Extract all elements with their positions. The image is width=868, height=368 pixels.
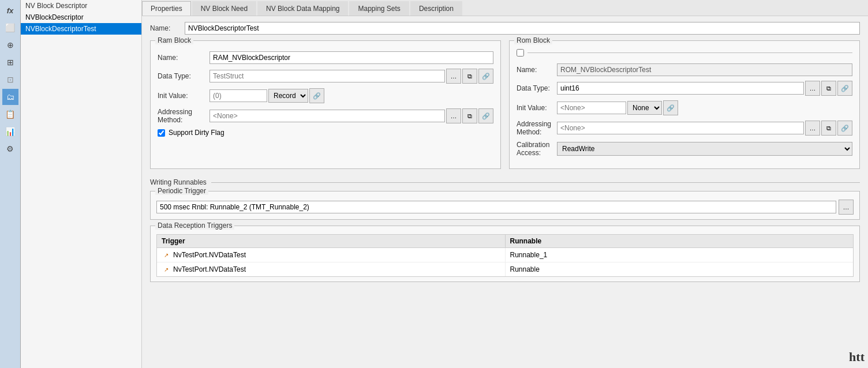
rom-datatype-ellipsis-btn[interactable]: … [805, 81, 820, 96]
rom-initvalue-select[interactable]: None Value Array [627, 101, 662, 115]
support-dirty-flag-row: Support Dirty Flag [158, 129, 493, 137]
toolbar-left: fx ⬜ ⊕ ⊞ ⊡ 🗂 📋 📊 ⚙ [0, 0, 21, 368]
rom-calibration-label: CalibrationAccess: [517, 141, 557, 157]
writing-runnables-title: Writing Runnables [150, 178, 860, 186]
rom-block-title: Rom Block [514, 36, 552, 44]
rom-addressing-label: AddressingMethod: [517, 120, 557, 136]
ram-datatype-copy-btn[interactable]: ⧉ [462, 69, 477, 84]
rom-initvalue-link-btn[interactable]: 🔗 [663, 100, 678, 115]
table-cell-runnable-2: Runnable [506, 262, 854, 276]
toolbar-icon-active[interactable]: 🗂 [2, 89, 18, 105]
rom-addressing-row: AddressingMethod: … ⧉ 🔗 [517, 120, 852, 136]
ram-name-row: Name: [158, 51, 493, 64]
sidebar-item-nvblockdescriptortest[interactable]: NVBlockDescriptorTest [21, 23, 141, 35]
periodic-trigger-btn[interactable]: … [839, 200, 854, 215]
rom-addressing-input[interactable] [557, 122, 804, 134]
row-icon-2: ↗ [162, 265, 171, 274]
rom-initvalue-label: Init Value: [517, 104, 557, 112]
toolbar-icon-7[interactable]: 📋 [2, 106, 18, 122]
ram-initvalue-row: Init Value: Record Value Array 🔗 [158, 88, 493, 103]
rom-calibration-row: CalibrationAccess: ReadWrite ReadOnly No… [517, 141, 852, 157]
periodic-trigger-row: … [156, 200, 854, 215]
rom-top [517, 49, 852, 57]
watermark: htt [849, 350, 865, 365]
toolbar-icon-5[interactable]: ⊡ [2, 72, 18, 88]
table-header-trigger: Trigger [157, 235, 506, 247]
periodic-trigger-box: Periodic Trigger … [150, 191, 860, 220]
ram-addressing-label: AddressingMethod: [158, 108, 209, 124]
table-cell-trigger-1: ↗ NvTestPort.NVDataTest [157, 248, 506, 262]
periodic-trigger-title: Periodic Trigger [155, 187, 208, 195]
data-reception-title: Data Reception Triggers [155, 221, 234, 230]
toolbar-icon-2[interactable]: ⬜ [2, 20, 18, 36]
ram-datatype-link-btn[interactable]: 🔗 [478, 69, 493, 84]
runnable-value-2: Runnable [510, 265, 540, 273]
rom-name-label: Name: [517, 66, 557, 74]
ram-initvalue-input[interactable] [209, 89, 267, 102]
table-cell-trigger-2: ↗ NvTestPort.NVDataTest [157, 262, 506, 276]
ram-initvalue-label: Init Value: [158, 92, 209, 100]
ram-addressing-input[interactable] [209, 110, 445, 122]
blocks-row: Ram Block Name: Data Type: … ⧉ 🔗 [150, 40, 860, 169]
table-row[interactable]: ↗ NvTestPort.NVDataTest Runnable_1 [157, 248, 853, 262]
ram-datatype-label: Data Type: [158, 72, 209, 80]
table-header-runnable: Runnable [506, 235, 854, 247]
rom-datatype-row: Data Type: … ⧉ 🔗 [517, 81, 852, 96]
ram-datatype-ellipsis-btn[interactable]: … [446, 69, 461, 84]
name-label: Name: [150, 24, 185, 32]
rom-enable-checkbox[interactable] [517, 49, 524, 57]
ram-addressing-ellipsis-btn[interactable]: … [446, 108, 461, 123]
ram-addressing-copy-btn[interactable]: ⧉ [462, 108, 477, 123]
tab-mapping-sets[interactable]: Mapping Sets [349, 1, 409, 16]
rom-datatype-input[interactable] [557, 82, 804, 95]
ram-block: Ram Block Name: Data Type: … ⧉ 🔗 [150, 40, 501, 169]
name-row: Name: [150, 22, 860, 35]
runnable-value-1: Runnable_1 [510, 251, 548, 259]
support-dirty-flag-checkbox[interactable] [158, 129, 165, 137]
table-row[interactable]: ↗ NvTestPort.NVDataTest Runnable [157, 262, 853, 276]
data-reception-table: Trigger Runnable ↗ NvTestPort.NVDataTest… [156, 234, 854, 277]
name-input[interactable] [185, 22, 860, 35]
toolbar-icon-4[interactable]: ⊞ [2, 54, 18, 70]
tab-nv-block-data-mapping[interactable]: NV Block Data Mapping [257, 1, 348, 16]
ram-initvalue-select[interactable]: Record Value Array [268, 89, 308, 103]
rom-datatype-link-btn[interactable]: 🔗 [837, 81, 852, 96]
tab-nv-block-need[interactable]: NV Block Need [192, 1, 256, 16]
trigger-value-1: NvTestPort.NVDataTest [173, 251, 246, 259]
rom-addressing-copy-btn[interactable]: ⧉ [821, 121, 836, 136]
rom-name-input[interactable] [557, 63, 852, 76]
data-reception-box: Data Reception Triggers Trigger Runnable… [150, 226, 860, 282]
sidebar-header: NV Block Descriptor [21, 0, 141, 12]
toolbar-icon-9[interactable]: ⚙ [2, 141, 18, 157]
toolbar-icon-3[interactable]: ⊕ [2, 37, 18, 53]
ram-initvalue-btn[interactable]: 🔗 [309, 88, 324, 103]
ram-addressing-row: AddressingMethod: … ⧉ 🔗 [158, 108, 493, 124]
tab-description[interactable]: Description [410, 1, 462, 16]
rom-initvalue-input[interactable] [557, 102, 626, 114]
rom-separator [527, 52, 852, 53]
ram-name-label: Name: [158, 54, 209, 62]
table-header: Trigger Runnable [157, 235, 853, 248]
table-cell-runnable-1: Runnable_1 [506, 248, 854, 262]
trigger-value-2: NvTestPort.NVDataTest [173, 265, 246, 273]
tab-properties[interactable]: Properties [142, 1, 191, 16]
rom-calibration-select[interactable]: ReadWrite ReadOnly NotAccessible [557, 142, 852, 156]
content-area: Name: Ram Block Name: Data Type: [142, 16, 868, 368]
sidebar: NV Block Descriptor NVBlockDescriptor NV… [21, 0, 142, 368]
ram-datatype-row: Data Type: … ⧉ 🔗 [158, 69, 493, 84]
periodic-trigger-input[interactable] [156, 201, 836, 213]
rom-addressing-ellipsis-btn[interactable]: … [805, 121, 820, 136]
toolbar-icon-fx[interactable]: fx [2, 2, 18, 18]
toolbar-icon-8[interactable]: 📊 [2, 123, 18, 140]
support-dirty-flag-label: Support Dirty Flag [169, 129, 225, 137]
rom-datatype-copy-btn[interactable]: ⧉ [821, 81, 836, 96]
ram-block-title: Ram Block [155, 36, 193, 44]
main-content: Properties NV Block Need NV Block Data M… [142, 0, 868, 368]
tab-bar: Properties NV Block Need NV Block Data M… [142, 0, 868, 16]
ram-datatype-input[interactable] [209, 70, 445, 82]
sidebar-item-nvblockdescriptor[interactable]: NVBlockDescriptor [21, 12, 141, 23]
rom-addressing-link-btn[interactable]: 🔗 [837, 121, 852, 136]
ram-addressing-link-btn[interactable]: 🔗 [478, 108, 493, 123]
ram-name-input[interactable] [209, 51, 493, 64]
rom-initvalue-row: Init Value: None Value Array 🔗 [517, 100, 852, 115]
